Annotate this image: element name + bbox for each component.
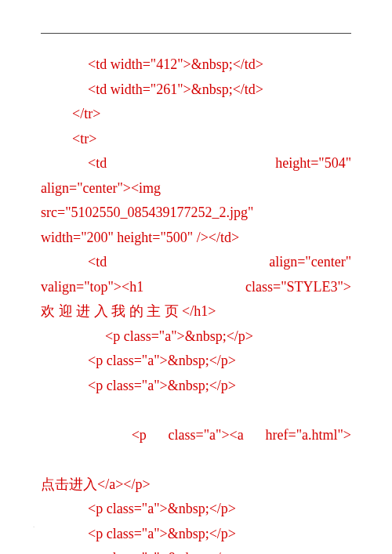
- segment: <td: [88, 250, 107, 275]
- segment: <p: [132, 427, 147, 443]
- segment: height="504": [275, 151, 351, 176]
- segment: class="STYLE3">: [245, 275, 351, 300]
- segment: valign="top"><h1: [41, 275, 143, 300]
- code-line: </tr>: [41, 102, 351, 127]
- code-line: <td width="412">&nbsp;</td>: [41, 53, 351, 78]
- code-line: <p class="a">&nbsp;</p>: [41, 349, 351, 374]
- code-line: src="5102550_085439177252_2.jpg": [41, 201, 351, 226]
- code-line: <p class="a">&nbsp;</p>: [41, 324, 351, 349]
- page-footer-mark: .: [33, 521, 34, 529]
- segment: <td: [88, 151, 107, 176]
- code-line: 欢 迎 进 入 我 的 主 页 </h1>: [41, 299, 351, 324]
- code-line: <td width="261">&nbsp;</td>: [41, 78, 351, 103]
- code-line: <td align="center": [41, 250, 351, 275]
- segment: class="a"><a: [169, 427, 244, 443]
- code-content: <td width="412">&nbsp;</td> <td width="2…: [41, 53, 351, 554]
- code-line: <td height="504": [41, 151, 351, 176]
- divider-top: [41, 33, 351, 34]
- code-line: <tr>: [41, 127, 351, 152]
- code-line: valign="top"><h1 class="STYLE3">: [41, 275, 351, 300]
- code-line: align="center"><img: [41, 176, 351, 201]
- code-line: width="200" height="500" /></td>: [41, 226, 351, 251]
- code-line: <p class="a"><a href="a.html">: [41, 398, 351, 473]
- segment: href="a.html">: [266, 427, 351, 443]
- code-line: <p class="a">&nbsp;</p>: [41, 497, 351, 522]
- code-line: <p class="a">&nbsp;</p>: [41, 546, 351, 554]
- segment: align="center": [269, 250, 351, 275]
- code-line: <p class="a">&nbsp;</p>: [41, 522, 351, 547]
- code-line: <p class="a">&nbsp;</p>: [41, 374, 351, 399]
- code-line: 点击进入</a></p>: [41, 473, 351, 498]
